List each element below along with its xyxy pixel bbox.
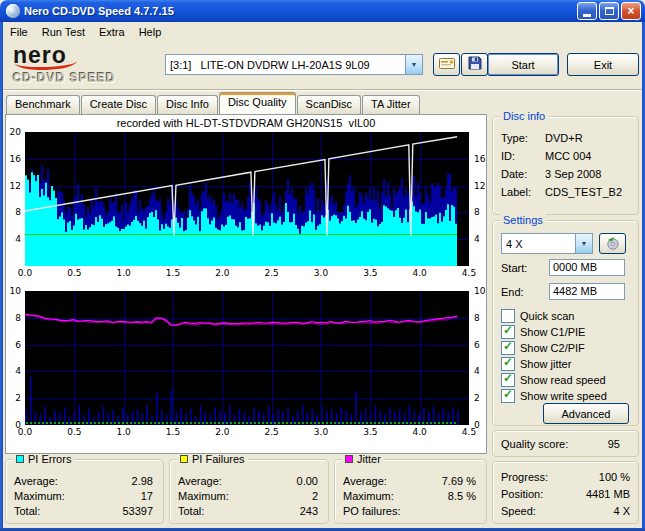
status-group: Progress: 100 % Position: 4481 MB Speed:… [492, 461, 639, 524]
titlebar[interactable]: Nero CD-DVD Speed 4.7.7.15 × [0, 0, 645, 22]
maximize-button[interactable] [599, 2, 619, 20]
logo-product-text: CD-DVD SPEED [13, 71, 163, 85]
jitter-panel: Jitter Average: 7.69 % Maximum: 8.5 % PO… [334, 459, 487, 524]
x-tick-label: 4.0 [410, 427, 430, 437]
po-failures-label: PO failures: [343, 504, 400, 518]
close-button[interactable]: × [621, 2, 641, 20]
window-border-left [0, 21, 3, 531]
pie-chart-canvas [25, 132, 469, 266]
pie-chart-y-axis-left: 20161284 [7, 132, 23, 266]
average-value: 7.69 % [442, 474, 476, 488]
chevron-down-icon[interactable]: ▼ [405, 55, 422, 74]
x-tick-label: 2.0 [212, 427, 232, 437]
x-tick-label: 3.0 [311, 427, 331, 437]
menu-help[interactable]: Help [132, 24, 169, 40]
checkbox-label: Show C1/PIE [520, 326, 585, 338]
minimize-button[interactable] [577, 2, 597, 20]
disc-id-label: ID: [501, 149, 515, 163]
checkbox-box[interactable]: ✓ [501, 389, 515, 403]
y-tick-label: 4 [474, 234, 480, 244]
checkbox-show-c2-pif[interactable]: ✓ Show C2/PIF [501, 341, 585, 355]
x-tick-label: 2.5 [262, 427, 282, 437]
tab-ta-jitter[interactable]: TA Jitter [362, 95, 420, 114]
checkbox-box[interactable]: ✓ [501, 373, 515, 387]
y-tick-label: 2 [15, 393, 21, 403]
y-tick-label: 16 [474, 154, 485, 164]
y-tick-label: 4 [15, 366, 21, 376]
pie-chart-x-axis: 0.00.51.01.52.02.53.03.54.04.5 [25, 268, 469, 279]
checkbox-box[interactable]: ✓ [501, 325, 515, 339]
tab-create-disc[interactable]: Create Disc [81, 95, 156, 114]
panel-title: Jitter [357, 452, 381, 466]
check-icon: ✓ [503, 339, 513, 353]
start-position-field[interactable]: 0000 MB [549, 259, 625, 276]
end-position-label: End: [501, 285, 524, 299]
end-position-field[interactable]: 4482 MB [549, 283, 625, 300]
graph-panel: recorded with HL-DT-STDVDRAM GH20NS15 vI… [5, 114, 487, 454]
checkbox-quick-scan[interactable]: Quick scan [501, 309, 574, 323]
jitter-chart-x-axis: 0.00.51.01.52.02.53.03.54.04.5 [25, 427, 469, 438]
options-button[interactable] [433, 53, 460, 76]
x-tick-label: 1.0 [114, 427, 134, 437]
checkbox-label: Show read speed [520, 374, 606, 386]
advanced-button[interactable]: Advanced [543, 403, 629, 424]
position-value: 4481 MB [586, 487, 630, 501]
panel-title: PI Failures [192, 452, 245, 466]
drive-selector[interactable]: [3:1] LITE-ON DVDRW LH-20A1S 9L09 ▼ [165, 54, 423, 75]
x-tick-label: 4.5 [459, 427, 479, 437]
x-tick-label: 0.5 [64, 268, 84, 278]
settings-group: Settings 4 X ▼ Start: 0000 MB End: 4482 … [492, 220, 639, 426]
y-tick-label: 10 [10, 286, 21, 296]
progress-label: Progress: [501, 470, 548, 484]
quality-score-value: 95 [608, 437, 620, 451]
reload-disc-button[interactable] [599, 233, 626, 254]
tab-disc-info[interactable]: Disc Info [157, 95, 218, 114]
y-tick-label: 16 [10, 154, 21, 164]
average-label: Average: [14, 474, 58, 488]
graph-title: recorded with HL-DT-STDVDRAM GH20NS15 vI… [6, 117, 486, 129]
exit-button[interactable]: Exit [567, 53, 639, 76]
checkbox-label: Quick scan [520, 310, 574, 322]
start-button[interactable]: Start [487, 53, 559, 76]
maximum-value: 17 [141, 489, 153, 503]
y-tick-label: 12 [10, 181, 21, 191]
check-icon: ✓ [503, 387, 513, 401]
x-tick-label: 1.0 [114, 268, 134, 278]
maximum-label: Maximum: [14, 489, 65, 503]
x-tick-label: 1.5 [163, 268, 183, 278]
checkbox-box[interactable]: ✓ [501, 357, 515, 371]
save-button[interactable] [461, 53, 488, 76]
quality-score-label: Quality score: [501, 437, 568, 451]
card-icon [439, 57, 455, 73]
tab-scandisc[interactable]: ScanDisc [297, 95, 361, 114]
pi-errors-caption: PI Errors [13, 452, 74, 466]
y-tick-label: 6 [15, 340, 21, 350]
drive-selector-value: [3:1] LITE-ON DVDRW LH-20A1S 9L09 [166, 59, 405, 71]
total-value: 53397 [122, 504, 153, 518]
menu-extra[interactable]: Extra [92, 24, 132, 40]
checkbox-show-read-speed[interactable]: ✓ Show read speed [501, 373, 606, 387]
x-tick-label: 0.0 [15, 268, 35, 278]
checkbox-show-c1-pie[interactable]: ✓ Show C1/PIE [501, 325, 585, 339]
pi-failures-panel: PI Failures Average: 0.00 Maximum: 2 Tot… [169, 459, 329, 524]
menu-file[interactable]: File [3, 24, 35, 40]
speed-selector[interactable]: 4 X ▼ [501, 233, 593, 254]
pie-legend-swatch [16, 455, 24, 463]
disc-info-group: Disc info Type: DVD+R ID: MCC 004 Date: … [492, 116, 639, 215]
checkbox-box[interactable] [501, 309, 515, 323]
checkbox-show-jitter[interactable]: ✓ Show jitter [501, 357, 571, 371]
menu-bar: File Run Test Extra Help [3, 22, 642, 41]
checkbox-label: Show jitter [520, 358, 571, 370]
app-logo: nero CD-DVD SPEED [13, 44, 163, 85]
menu-run-test[interactable]: Run Test [35, 24, 92, 40]
checkbox-box[interactable]: ✓ [501, 341, 515, 355]
tab-benchmark[interactable]: Benchmark [6, 95, 80, 114]
jitter-caption: Jitter [342, 452, 384, 466]
checkbox-show-write-speed[interactable]: ✓ Show write speed [501, 389, 607, 403]
checkbox-label: Show write speed [520, 390, 607, 402]
x-tick-label: 3.5 [360, 268, 380, 278]
x-tick-label: 3.0 [311, 268, 331, 278]
chevron-down-icon[interactable]: ▼ [575, 234, 592, 253]
tab-disc-quality[interactable]: Disc Quality [219, 92, 296, 114]
total-label: Total: [14, 504, 40, 518]
